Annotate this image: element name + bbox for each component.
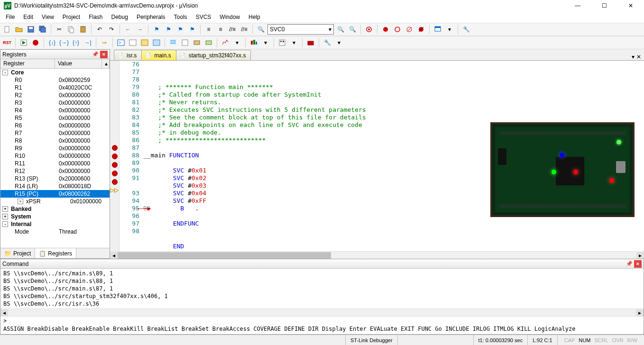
breakpoint-icon[interactable] [112, 154, 118, 159]
bookmark-next-icon[interactable]: ⚑ [175, 24, 185, 35]
copy-icon[interactable] [66, 24, 76, 35]
system-viewer-dropdown-icon[interactable]: ▾ [289, 37, 299, 48]
code-line[interactable]: ;* See the comment block at top of this … [143, 114, 644, 121]
reset-icon[interactable]: RST [2, 37, 12, 48]
command-output[interactable]: BS \\svcDemo\../src/main.s\89, 1 BS \\sv… [0, 269, 644, 309]
breakpoint-enable-icon[interactable] [392, 24, 403, 35]
register-row[interactable]: R100x00000000 [0, 152, 110, 160]
find-in-files-icon[interactable]: 🔍 [335, 24, 346, 35]
close-panel-icon[interactable]: ✕ [100, 51, 108, 58]
symbols-icon[interactable] [139, 37, 150, 48]
update-dropdown-icon[interactable]: ▾ [334, 37, 344, 48]
step-out-icon[interactable]: {↑} [71, 37, 81, 48]
breakpoint-disable-icon[interactable] [404, 24, 414, 35]
tree-toggle-icon[interactable]: + [18, 199, 23, 204]
panel-tab-project[interactable]: 📁Project [0, 248, 35, 258]
menu-view[interactable]: View [38, 12, 58, 22]
memory-icon[interactable] [192, 37, 202, 48]
run-icon[interactable] [18, 37, 29, 48]
redo-icon[interactable]: ↷ [106, 24, 117, 35]
register-row[interactable]: R90x00000000 [0, 145, 110, 152]
tree-toggle-icon[interactable]: + [2, 214, 8, 219]
menu-file[interactable]: File [2, 12, 18, 22]
bookmark-prev-icon[interactable]: ⚑ [163, 24, 174, 35]
code-line[interactable]: ENDFUNC [143, 220, 644, 227]
stop-icon[interactable] [30, 37, 41, 48]
nav-back-icon[interactable]: ← [123, 24, 133, 35]
code-line[interactable] [143, 227, 644, 235]
command-prompt[interactable]: > [0, 316, 644, 326]
register-row[interactable]: R50x00000000 [0, 114, 110, 122]
trace-dropdown-icon[interactable]: ▾ [260, 37, 271, 48]
breakpoint-kill-icon[interactable] [416, 24, 426, 35]
window-dropdown-icon[interactable]: ▾ [444, 24, 455, 35]
editor-body[interactable]: ▷▷ 7677787980818283848586878889909192939… [110, 61, 644, 251]
undo-icon[interactable]: ↶ [94, 24, 105, 35]
editor-tabs-close-icon[interactable]: ✕ [636, 54, 641, 60]
registers-icon[interactable] [151, 37, 162, 48]
analysis-icon[interactable] [220, 37, 230, 48]
register-row[interactable]: -Core [0, 69, 110, 76]
breakpoint-insert-icon[interactable] [380, 24, 391, 35]
register-row[interactable]: R13 (SP)0x20000600 [0, 175, 110, 182]
code-line[interactable]: END [143, 243, 644, 250]
nav-fwd-icon[interactable]: → [135, 24, 145, 35]
comment-icon[interactable]: //≡ [227, 24, 238, 35]
code-line[interactable]: ———▶92 B . [143, 205, 644, 212]
editor-hscroll[interactable]: ◂ ▸ [110, 251, 644, 259]
editor-tabs-dropdown-icon[interactable]: ▾ [632, 54, 635, 60]
call-stack-icon[interactable] [168, 37, 178, 48]
register-row[interactable]: R10x40020C0C [0, 84, 110, 91]
step-into-icon[interactable]: {↓} [47, 37, 57, 48]
code-line[interactable]: ; ******* Function main ******* [143, 83, 644, 91]
code-line[interactable]: ;* Executes SVC instructions with 5 diff… [143, 106, 644, 114]
update-icon[interactable]: 🔧 [322, 37, 332, 48]
breakpoint-icon[interactable] [112, 171, 118, 176]
show-next-icon[interactable]: ⇒ [99, 37, 110, 48]
command-window-icon[interactable]: > [116, 37, 126, 48]
register-row[interactable]: R30x00000000 [0, 99, 110, 107]
scroll-right-icon[interactable]: ▸ [636, 252, 644, 259]
tree-toggle-icon[interactable]: - [2, 70, 8, 75]
serial-icon[interactable] [203, 37, 214, 48]
register-row[interactable]: R20x00000000 [0, 91, 110, 99]
incremental-find-icon[interactable]: 🔍 [347, 24, 358, 35]
menu-window[interactable]: Window [216, 12, 244, 22]
menu-svcs[interactable]: SVCS [192, 12, 215, 22]
find-icon[interactable]: 🔍 [256, 24, 266, 35]
register-row[interactable]: ModeThread [0, 228, 110, 236]
paste-icon[interactable] [78, 24, 88, 35]
system-viewer-icon[interactable] [277, 37, 287, 48]
disassembly-icon[interactable] [128, 37, 138, 48]
toolbox-icon[interactable] [305, 37, 316, 48]
register-row[interactable]: R15 (PC)0x08000262 [0, 190, 110, 198]
register-row[interactable]: R110x00000000 [0, 160, 110, 167]
breakpoint-icon[interactable] [112, 145, 118, 151]
scroll-right-icon[interactable]: ▸ [636, 309, 644, 316]
editor-tab[interactable]: 📄isr.s [114, 50, 142, 60]
menu-debug[interactable]: Debug [108, 12, 132, 22]
bookmark-icon[interactable]: ⚑ [151, 24, 162, 35]
register-row[interactable]: R80x00000000 [0, 137, 110, 145]
run-to-cursor-icon[interactable]: →| [83, 37, 93, 48]
bookmark-clear-icon[interactable]: ⚑ [187, 24, 197, 35]
panel-tab-registers[interactable]: 📋Registers [35, 248, 76, 258]
menu-project[interactable]: Project [59, 12, 84, 22]
register-row[interactable]: R70x00000000 [0, 129, 110, 137]
registers-col-register[interactable]: Register [0, 59, 55, 68]
register-row[interactable]: +System [0, 213, 110, 220]
uncomment-icon[interactable]: //≡ [239, 24, 249, 35]
watch-icon[interactable] [180, 37, 190, 48]
code-line[interactable] [143, 235, 644, 243]
step-over-icon[interactable]: {→} [59, 37, 69, 48]
menu-help[interactable]: Help [245, 12, 264, 22]
register-row[interactable]: -Internal [0, 220, 110, 228]
registers-tree[interactable]: -CoreR00x08000259R10x40020C0CR20x0000000… [0, 69, 110, 248]
close-button[interactable]: ✕ [621, 0, 640, 11]
save-icon[interactable] [26, 24, 36, 35]
command-pin-icon[interactable]: 📌 [626, 260, 633, 268]
editor-tab[interactable]: 📄startup_stm32f407xx.s [176, 50, 251, 60]
register-row[interactable]: +Banked [0, 205, 110, 213]
menu-flash[interactable]: Flash [85, 12, 106, 22]
trace-icon[interactable] [248, 37, 259, 48]
